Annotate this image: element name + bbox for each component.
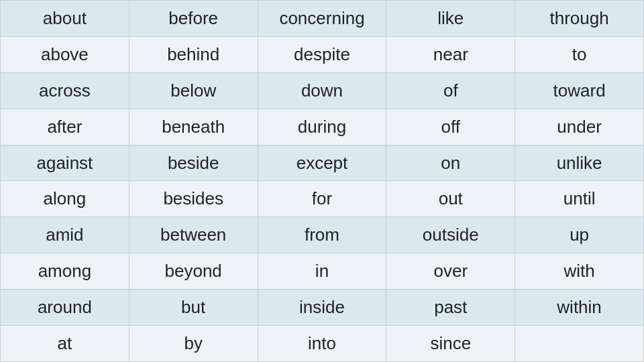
table-cell: toward (515, 72, 644, 109)
table-cell: across (1, 72, 129, 109)
main-container: aboutbeforeconcerninglikethroughabovebeh… (0, 0, 644, 362)
table-cell: during (258, 109, 386, 145)
table-cell: beside (129, 145, 258, 181)
table-cell: down (258, 72, 386, 109)
table-cell: unlike (515, 145, 644, 181)
table-cell: into (258, 326, 386, 362)
table-cell: within (515, 290, 644, 326)
prepositions-table: aboutbeforeconcerninglikethroughabovebeh… (0, 0, 644, 362)
table-cell: off (386, 109, 515, 145)
table-cell: to (515, 36, 644, 72)
table-cell: past (386, 290, 515, 326)
table-cell: over (386, 253, 515, 290)
table-cell: on (386, 145, 515, 181)
table-cell: below (129, 72, 258, 109)
table-cell: beneath (129, 109, 258, 145)
table-cell: for (258, 181, 386, 217)
table-cell: under (515, 109, 644, 145)
table-cell: in (258, 253, 386, 290)
table-cell: inside (258, 290, 386, 326)
table-cell: between (129, 217, 258, 253)
table-cell: behind (129, 36, 258, 72)
table-cell: by (129, 326, 258, 362)
table-cell: until (515, 181, 644, 217)
table-cell: since (386, 326, 515, 362)
table-cell: of (386, 72, 515, 109)
table-cell: at (1, 326, 129, 362)
table-cell: before (129, 1, 258, 37)
table-cell: amid (1, 217, 129, 253)
table-cell: concerning (258, 1, 386, 37)
table-cell: above (1, 36, 129, 72)
table-cell: beyond (129, 253, 258, 290)
table-cell: with (515, 253, 644, 290)
table-cell: among (1, 253, 129, 290)
table-cell: near (386, 36, 515, 72)
table-cell: outside (386, 217, 515, 253)
table-cell (515, 326, 644, 362)
table-cell: despite (258, 36, 386, 72)
table-cell: from (258, 217, 386, 253)
table-cell: against (1, 145, 129, 181)
table-cell: out (386, 181, 515, 217)
table-cell: about (1, 1, 129, 37)
table-cell: after (1, 109, 129, 145)
table-cell: except (258, 145, 386, 181)
table-cell: along (1, 181, 129, 217)
table-cell: besides (129, 181, 258, 217)
table-cell: like (386, 1, 515, 37)
table-cell: up (515, 217, 644, 253)
table-cell: through (515, 1, 644, 37)
table-cell: but (129, 290, 258, 326)
table-cell: around (1, 290, 129, 326)
